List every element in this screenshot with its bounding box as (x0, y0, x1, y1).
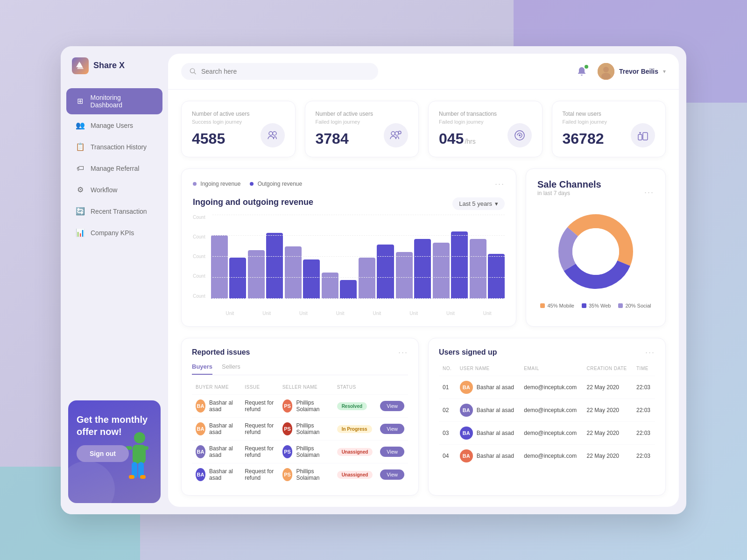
reported-issues-title: Reported issues (192, 348, 250, 357)
bar-outgoing (414, 239, 431, 299)
legend-outgoing: Outgoing revenue (250, 181, 302, 187)
stat-value-1: 3784 (316, 130, 349, 147)
status-cell: Unassigned (333, 463, 377, 486)
chart-title-row: Ingoing and outgoing revenue Last 5 year… (193, 193, 505, 215)
x-label: Unit (359, 311, 395, 316)
sidebar-item-recent-transaction[interactable]: 🔄 Recent Transaction (66, 201, 162, 222)
content: Number of active users Success login jou… (168, 90, 679, 507)
bar-chart-area: Count Count Count Count Count (193, 215, 505, 299)
buyer-cell: BA Bashar al asad (192, 417, 241, 440)
sidebar-item-manage-users[interactable]: 👥 Manage Users (66, 115, 162, 136)
seller-name: Phillips Solaiman (296, 422, 329, 435)
search-icon (190, 68, 197, 75)
status-badge: Unassigned (337, 471, 373, 479)
search-input[interactable] (201, 68, 370, 75)
stat-card-transactions: Number of transactions Failed login jour… (428, 101, 543, 157)
legend-color-web (582, 303, 586, 308)
chart-menu-button[interactable]: ··· (495, 179, 505, 189)
bar-chart-wrapper: Count Count Count Count Count (193, 215, 505, 308)
time-cell: 22:03 (633, 421, 655, 444)
search-bar (181, 63, 378, 80)
x-labels: UnitUnitUnitUnitUnitUnitUnitUnit (193, 311, 505, 316)
users-signed-up-card: Users signed up ··· NO. USER NAME EMAIL … (428, 338, 666, 496)
issues-menu-button[interactable]: ··· (398, 348, 408, 357)
tab-sellers[interactable]: Sellers (222, 363, 240, 375)
action-cell[interactable]: View (376, 463, 408, 486)
bar-group (211, 235, 246, 299)
history-icon: 📋 (76, 142, 85, 152)
donut-subtitle: in last 7 days (537, 190, 601, 196)
table-row: BA Bashar al asad Request for refund PS … (192, 417, 408, 440)
x-label: Unit (323, 311, 358, 316)
legend-dot-ingoing (193, 182, 197, 186)
legend-color-mobile (540, 303, 545, 308)
action-cell[interactable]: View (376, 394, 408, 417)
sidebar-item-company-kpis[interactable]: 📊 Company KPIs (66, 223, 162, 243)
view-button[interactable]: View (380, 447, 404, 457)
chart-header: Ingoing revenue Outgoing revenue ··· (193, 179, 505, 189)
sidebar-item-transaction-history[interactable]: 📋 Transaction History (66, 137, 162, 157)
chevron-down-icon: ▾ (495, 200, 498, 207)
sidebar-item-monitoring-dashboard[interactable]: ⊞ Monitoring Dashboard (66, 88, 162, 114)
bar-ingoing (285, 246, 302, 299)
tab-buyers[interactable]: Buyers (192, 363, 212, 375)
logo: Share X (61, 57, 168, 87)
svg-point-14 (601, 73, 611, 79)
date-cell: 22 May 2020 (583, 444, 633, 467)
status-cell: Resolved (333, 394, 377, 417)
view-button[interactable]: View (380, 424, 404, 434)
view-button[interactable]: View (380, 401, 404, 411)
svg-rect-23 (643, 133, 648, 140)
logo-text: Share X (93, 61, 125, 70)
seller-cell: PS Phillips Solaiman (279, 417, 333, 440)
sidebar-item-manage-referral[interactable]: 🏷 Manage Referral (66, 158, 162, 179)
users-title: Users signed up (439, 348, 497, 357)
bar-outgoing (488, 254, 505, 299)
charts-row: Ingoing revenue Outgoing revenue ··· Ing… (181, 168, 666, 327)
issue-cell: Request for refund (241, 440, 278, 463)
email-cell: demo@inceptuk.com (520, 444, 583, 467)
action-cell[interactable]: View (376, 440, 408, 463)
users-icon: 👥 (76, 121, 85, 130)
bar-ingoing (211, 235, 228, 299)
stat-unit-2: /hrs (465, 138, 475, 145)
no-cell: 03 (439, 421, 456, 444)
donut-menu-button[interactable]: ··· (644, 188, 654, 197)
stat-icon-1 (384, 123, 408, 147)
header: Trevor Beilis ▾ (168, 54, 679, 90)
stat-subtitle-2: Failed login journey (439, 119, 497, 125)
svg-point-17 (391, 132, 395, 135)
time-cell: 22:03 (633, 444, 655, 467)
bar-ingoing (433, 243, 450, 299)
user-name-cell: Bashar al asad (477, 430, 514, 436)
user-profile[interactable]: Trevor Beilis ▾ (598, 63, 666, 80)
bar-outgoing (377, 245, 394, 298)
bell-button[interactable] (573, 63, 590, 80)
seller-avatar: PS (282, 468, 293, 481)
svg-rect-22 (638, 134, 642, 140)
bar-group (359, 245, 394, 298)
svg-point-15 (269, 132, 273, 135)
y-axis: Count Count Count Count Count (193, 215, 211, 299)
promo-button[interactable]: Sign out (77, 445, 129, 462)
bar-ingoing (396, 252, 413, 298)
chart-filter-button[interactable]: Last 5 years ▾ (452, 197, 505, 210)
stat-card-active-users-success: Number of active users Success login jou… (181, 101, 296, 157)
users-menu-button[interactable]: ··· (645, 348, 655, 357)
issues-tabs: Buyers Sellers (192, 363, 408, 375)
stat-subtitle-3: Failed login journey (563, 119, 607, 125)
view-button[interactable]: View (380, 469, 404, 480)
col-email: EMAIL (520, 363, 583, 376)
legend-web: 35% Web (582, 303, 611, 308)
no-cell: 02 (439, 399, 456, 421)
user-avatar: BA (460, 427, 473, 440)
users-header: Users signed up ··· (439, 348, 655, 357)
action-cell[interactable]: View (376, 417, 408, 440)
legend-dot-outgoing (250, 182, 254, 186)
reported-issues-card: Reported issues ··· Buyers Sellers BUYER… (181, 338, 419, 496)
bar-group (470, 239, 505, 299)
svg-point-16 (273, 132, 276, 135)
sidebar-item-workflow[interactable]: ⚙ Workflow (66, 180, 162, 200)
seller-name: Phillips Solaiman (296, 468, 329, 481)
bar-group (322, 273, 357, 299)
